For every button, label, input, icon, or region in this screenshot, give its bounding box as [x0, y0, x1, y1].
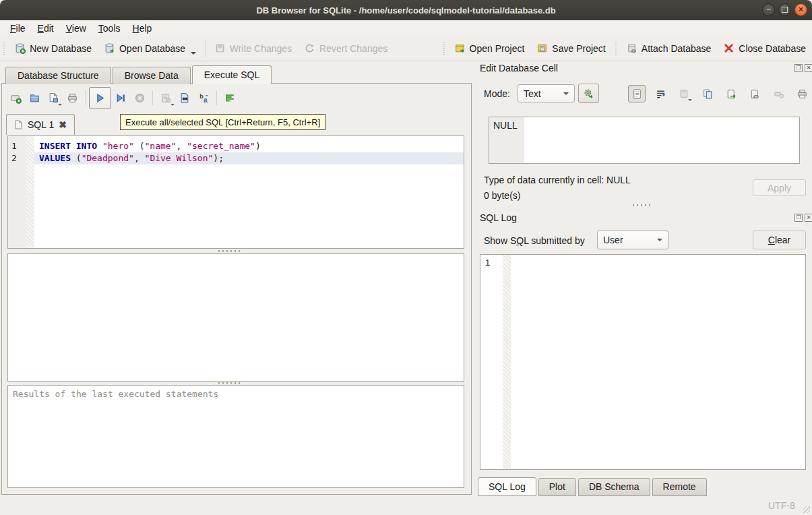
close-database-button[interactable]: Close Database [717, 38, 812, 59]
close-sql-tab-icon[interactable]: ✖ [59, 119, 67, 130]
tab-browse-data[interactable]: Browse Data [113, 67, 191, 84]
save-results-icon [156, 88, 175, 107]
attach-database-button[interactable]: Attach Database [620, 38, 718, 59]
import-text-dropdown-icon [688, 99, 692, 101]
menu-tools[interactable]: Tools [92, 22, 127, 35]
close-icon[interactable]: × [794, 3, 807, 16]
text-mode-icon[interactable] [628, 85, 646, 102]
main-toolbar: New Database Open Database Write Chan [0, 36, 812, 61]
stop-icon [130, 88, 149, 107]
open-database-button[interactable]: Open Database [98, 38, 202, 59]
auto-apply-gear-icon [583, 88, 594, 99]
menu-edit[interactable]: Edit [32, 22, 60, 35]
copy-icon[interactable] [699, 85, 716, 102]
find-replace-icon[interactable]: b a [194, 88, 213, 107]
import-text-icon [675, 85, 693, 102]
menu-help[interactable]: Help [127, 22, 158, 35]
log-filter-select[interactable]: User [597, 231, 668, 249]
float-panel-icon[interactable]: ❐ [794, 214, 803, 222]
results-placeholder: Results of the last executed statements [13, 389, 218, 399]
menu-view[interactable]: View [60, 22, 92, 35]
save-results-dropdown-icon [170, 104, 175, 106]
sql-tab-label: SQL 1 [28, 119, 54, 130]
new-database-button[interactable]: New Database [8, 38, 98, 59]
attach-database-icon [626, 42, 637, 54]
results-message-pane[interactable]: Results of the last executed statements [7, 385, 464, 488]
dock-splitter-handle[interactable] [633, 204, 653, 206]
edit-cell-toolbar [628, 85, 811, 102]
splitter-handle[interactable] [218, 382, 243, 384]
open-project-button[interactable]: Open Project [448, 38, 531, 59]
save-project-button[interactable]: Save Project [530, 38, 611, 59]
menu-file[interactable]: File [4, 22, 32, 35]
chevron-down-icon [657, 239, 662, 241]
code-lines[interactable]: INSERT INTO "hero" ("name", "secret_name… [34, 136, 464, 248]
new-database-label: New Database [30, 43, 92, 54]
print-cell-icon[interactable] [793, 85, 811, 102]
toolbar-grip[interactable] [615, 42, 617, 55]
link-icon[interactable] [746, 85, 763, 102]
sql-toolbar-separator [152, 90, 153, 105]
toolbar-grip[interactable] [443, 42, 444, 55]
format-sql-icon[interactable] [220, 88, 239, 107]
maximize-icon[interactable] [778, 3, 791, 16]
open-database-dropdown-icon[interactable] [191, 52, 196, 55]
apply-button-label: Apply [768, 183, 791, 193]
tab-db-schema[interactable]: DB Schema [578, 478, 650, 496]
log-filter-label: Show SQL submitted by [484, 235, 585, 246]
execute-all-icon[interactable] [89, 87, 111, 109]
editor-fold-margin [26, 136, 34, 248]
dock-tabbar: SQL Log Plot DB Schema Remote [478, 477, 707, 496]
splitter-handle[interactable] [218, 250, 243, 252]
log-fold-margin [503, 255, 511, 469]
revert-changes-icon [304, 42, 315, 54]
save-sql-file-icon[interactable] [44, 88, 63, 107]
clear-log-button[interactable]: Clear [753, 231, 806, 249]
minimize-icon[interactable]: − [762, 3, 775, 16]
cell-value: NULL [493, 120, 518, 131]
tab-execute-sql[interactable]: Execute SQL [192, 65, 272, 84]
sql-log-view[interactable]: 1 [480, 254, 806, 470]
save-project-label: Save Project [552, 43, 605, 54]
toolbar-grip[interactable] [3, 42, 5, 55]
find-icon[interactable] [175, 88, 194, 107]
cell-type-info: Type of data currently in cell: NULL [484, 175, 631, 185]
titlebar[interactable]: DB Browser for SQLite - /home/user/code/… [0, 0, 812, 20]
window-resize-grip[interactable] [803, 506, 810, 513]
sql-log-title: SQL Log [480, 212, 517, 223]
cell-value-editor[interactable]: NULL [489, 117, 800, 164]
auto-apply-button[interactable] [578, 84, 599, 103]
open-sql-file-icon[interactable] [25, 88, 44, 107]
tab-plot[interactable]: Plot [538, 478, 576, 496]
new-sql-tab-icon[interactable] [6, 88, 25, 107]
tab-remote[interactable]: Remote [652, 478, 707, 496]
sql-code-editor[interactable]: 12 INSERT INTO "hero" ("name", "secret_n… [7, 135, 464, 249]
close-panel-icon[interactable]: ✕ [805, 64, 812, 72]
close-panel-icon[interactable]: ✕ [805, 214, 812, 222]
tab-database-structure[interactable]: Database Structure [5, 67, 111, 84]
log-filter-value: User [603, 235, 623, 245]
export-icon[interactable] [722, 85, 740, 102]
word-wrap-icon[interactable] [652, 85, 669, 102]
results-table-pane[interactable] [7, 253, 464, 382]
main-tabbar: Database Structure Browse Data Execute S… [5, 65, 273, 84]
set-null-icon [770, 85, 787, 102]
sql-editor-tab[interactable]: SQL 1 ✖ [6, 114, 75, 135]
save-sql-dropdown-icon[interactable] [58, 104, 62, 106]
sql-toolbar-separator [85, 90, 86, 105]
save-project-icon [536, 42, 548, 54]
revert-changes-button: Revert Changes [298, 38, 394, 59]
float-panel-icon[interactable]: ❐ [794, 64, 803, 72]
cell-editor-gutter: NULL [489, 117, 524, 163]
write-changes-button: Write Changes [208, 38, 298, 59]
editor-gutter: 12 [8, 136, 26, 248]
print-icon[interactable] [63, 88, 82, 107]
execute-line-icon[interactable] [111, 88, 130, 107]
mode-select[interactable]: Text [518, 84, 575, 102]
attach-database-label: Attach Database [642, 43, 712, 54]
encoding-indicator[interactable]: UTF-8 [768, 500, 795, 511]
edit-cell-title: Edit Database Cell [480, 63, 558, 73]
cell-size-info: 0 byte(s) [484, 190, 520, 201]
tab-sql-log[interactable]: SQL Log [478, 477, 536, 496]
write-changes-label: Write Changes [230, 43, 292, 54]
